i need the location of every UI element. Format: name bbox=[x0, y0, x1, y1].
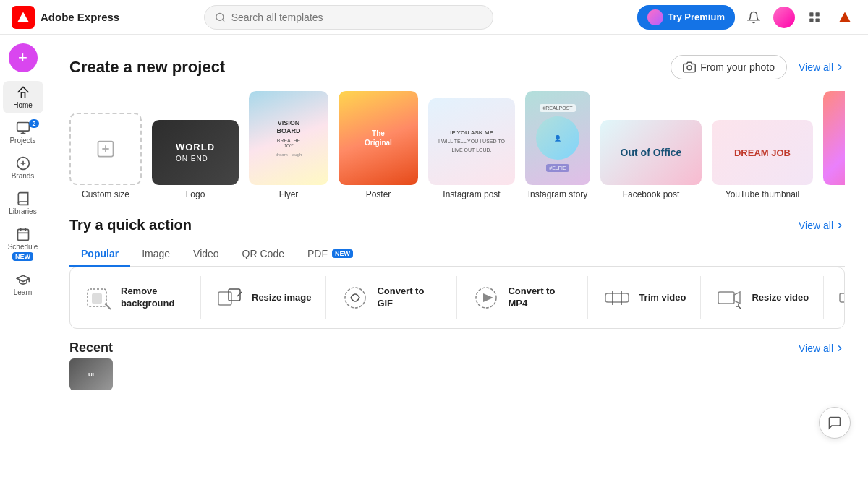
search-icon bbox=[215, 12, 226, 23]
action-label: Resize image bbox=[252, 292, 311, 304]
sidebar: + Home Projects 2 Brands Libraries Sched… bbox=[0, 35, 46, 482]
sidebar-projects-label: Projects bbox=[9, 137, 35, 145]
svg-rect-5 bbox=[809, 18, 813, 22]
template-custom-size[interactable]: Custom size bbox=[69, 113, 142, 199]
search-box[interactable] bbox=[204, 5, 493, 30]
quick-action-resize-video[interactable]: Resize video bbox=[701, 276, 824, 319]
template-flyer[interactable]: VISIONBOARD BREATHEJOY dream · laugh Fly… bbox=[249, 91, 328, 199]
svg-rect-19 bbox=[92, 293, 102, 304]
svg-line-23 bbox=[237, 292, 242, 296]
template-instagram-story[interactable]: #REALPOST 👤 #ELFIE Instagram story bbox=[525, 91, 590, 199]
pdf-badge: NEW bbox=[332, 249, 353, 258]
convert-gif-icon bbox=[341, 283, 370, 312]
flyer-thumb: VISIONBOARD BREATHEJOY dream · laugh bbox=[249, 91, 328, 185]
app-name: Adobe Express bbox=[41, 11, 119, 23]
recent-items: UI bbox=[69, 358, 845, 390]
create-new-button[interactable]: + bbox=[9, 43, 38, 72]
schedule-badge: NEW bbox=[12, 252, 33, 261]
quick-action-trim-video[interactable]: Trim video bbox=[588, 276, 701, 319]
action-label: Resize video bbox=[752, 292, 809, 304]
svg-marker-7 bbox=[839, 12, 850, 22]
remove-bg-icon bbox=[85, 283, 114, 312]
ig-post-thumb: IF YOU ASK MEI WILL TELL YOU I USED TOLI… bbox=[428, 98, 515, 185]
from-photo-button[interactable]: From your photo bbox=[671, 55, 787, 79]
try-premium-button[interactable]: Try Premium bbox=[637, 5, 735, 30]
sidebar-item-schedule[interactable]: Schedule NEW bbox=[3, 223, 43, 265]
resize-video-icon bbox=[715, 283, 744, 312]
from-photo-label: From your photo bbox=[700, 61, 775, 73]
template-label: Poster bbox=[366, 189, 391, 199]
tab-image[interactable]: Image bbox=[130, 242, 182, 267]
svg-rect-6 bbox=[815, 18, 819, 22]
sidebar-item-libraries[interactable]: Libraries bbox=[3, 187, 43, 220]
quick-action-convert-gif[interactable]: Convert to GIF bbox=[326, 276, 457, 319]
custom-size-thumb bbox=[69, 113, 142, 185]
svg-rect-21 bbox=[218, 292, 231, 305]
sidebar-learn-label: Learn bbox=[14, 288, 33, 296]
create-section-header: Create a new project From your photo Vie… bbox=[69, 55, 845, 79]
action-label: Convert to MP4 bbox=[508, 285, 573, 310]
profile-avatar-button[interactable] bbox=[773, 6, 796, 29]
chat-support-button[interactable] bbox=[819, 407, 851, 439]
svg-marker-31 bbox=[734, 292, 740, 304]
premium-avatar bbox=[647, 9, 663, 25]
quick-action-resize-image[interactable]: Resize image bbox=[201, 276, 326, 319]
user-avatar bbox=[773, 7, 795, 28]
tab-video[interactable]: Video bbox=[182, 242, 231, 267]
template-logo[interactable]: WORLDON END Logo bbox=[152, 120, 239, 199]
template-label: Custom size bbox=[82, 189, 129, 199]
template-label: Logo bbox=[186, 189, 205, 199]
quick-action-view-all-link[interactable]: View all bbox=[799, 220, 845, 231]
recent-section-header: Recent View all bbox=[69, 340, 845, 356]
action-label: Remove background bbox=[121, 285, 186, 310]
svg-rect-10 bbox=[17, 229, 28, 240]
quick-action-remove-bg[interactable]: Remove background bbox=[70, 276, 201, 319]
templates-row: Custom size WORLDON END Logo VISIONBOARD… bbox=[69, 91, 845, 199]
apps-grid-button[interactable] bbox=[803, 6, 826, 29]
template-label: Instagram post bbox=[443, 189, 500, 199]
template-facebook-post[interactable]: Out of Office Facebook post bbox=[600, 120, 702, 199]
svg-rect-27 bbox=[605, 293, 629, 302]
adobe-apps-button[interactable] bbox=[833, 6, 856, 29]
quick-actions-list: Remove background Resize image Convert t… bbox=[69, 267, 845, 329]
svg-point-1 bbox=[216, 13, 224, 20]
template-collage[interactable]: LIGHTCAMERA STUDY MIXTAPE Collage bbox=[823, 91, 845, 199]
sidebar-item-home[interactable]: Home bbox=[3, 81, 43, 113]
quick-action-title: Try a quick action bbox=[69, 217, 192, 233]
template-youtube-thumbnail[interactable]: DREAM JOB YouTube thumbnail bbox=[712, 120, 813, 199]
recent-view-all-link[interactable]: View all bbox=[799, 343, 845, 354]
recent-item-thumb[interactable]: UI bbox=[69, 358, 113, 390]
svg-rect-32 bbox=[840, 293, 845, 302]
svg-rect-30 bbox=[718, 292, 734, 304]
adobe-logo-icon bbox=[12, 6, 35, 29]
svg-point-14 bbox=[687, 66, 692, 70]
camera-icon bbox=[683, 61, 696, 74]
svg-rect-3 bbox=[809, 12, 813, 16]
topnav: Adobe Express Try Premium bbox=[0, 0, 868, 35]
tab-popular[interactable]: Popular bbox=[69, 242, 130, 267]
merge-videos-icon bbox=[838, 283, 845, 312]
logo[interactable]: Adobe Express bbox=[12, 6, 127, 29]
template-instagram-post[interactable]: IF YOU ASK MEI WILL TELL YOU I USED TOLI… bbox=[428, 98, 515, 199]
svg-marker-26 bbox=[483, 293, 493, 302]
create-view-all-link[interactable]: View all bbox=[799, 61, 845, 73]
sidebar-brands-label: Brands bbox=[12, 172, 35, 180]
sidebar-item-projects[interactable]: Projects 2 bbox=[3, 116, 43, 149]
svg-rect-8 bbox=[17, 123, 29, 132]
tab-qrcode[interactable]: QR Code bbox=[231, 242, 296, 267]
sidebar-item-brands[interactable]: Brands bbox=[3, 152, 43, 184]
template-poster[interactable]: TheOriginal Poster bbox=[339, 91, 418, 199]
sidebar-item-learn[interactable]: Learn bbox=[3, 268, 43, 301]
quick-action-convert-mp4[interactable]: Convert to MP4 bbox=[457, 276, 588, 319]
template-label: Flyer bbox=[279, 189, 299, 199]
action-label: Trim video bbox=[639, 292, 686, 304]
svg-rect-4 bbox=[815, 12, 819, 16]
notifications-button[interactable] bbox=[742, 6, 765, 29]
trim-video-icon bbox=[603, 283, 631, 312]
svg-point-24 bbox=[345, 288, 365, 308]
search-input[interactable] bbox=[231, 12, 482, 23]
quick-action-merge-videos[interactable]: Merge videos bbox=[824, 276, 845, 319]
tab-pdf[interactable]: PDF NEW bbox=[296, 242, 365, 267]
page-title: Create a new project bbox=[69, 58, 225, 77]
ig-story-thumb: #REALPOST 👤 #ELFIE bbox=[525, 91, 590, 185]
